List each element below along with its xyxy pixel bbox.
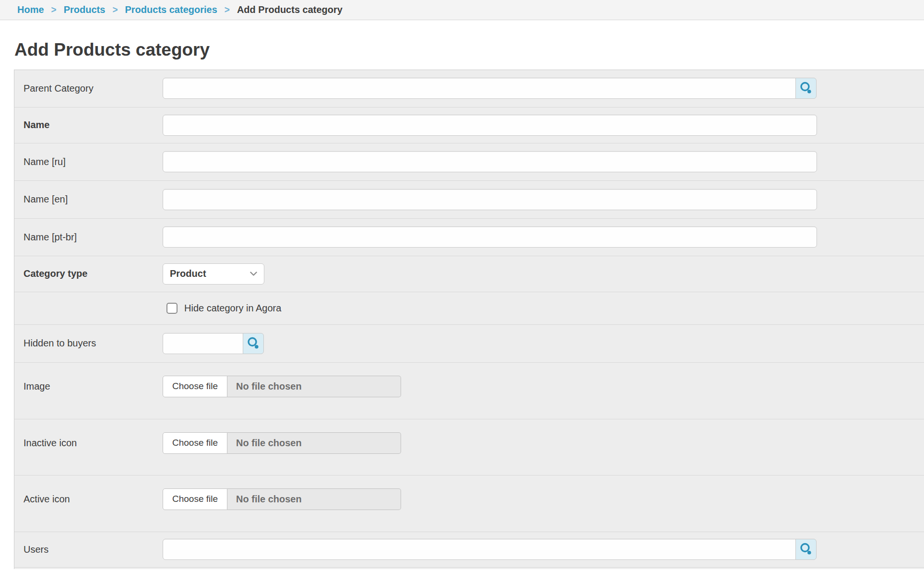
name-pt-br-label: Name [pt-br]: [14, 219, 163, 256]
name-pt-br-input[interactable]: [163, 226, 817, 248]
form-row-parent-category: Parent Category: [14, 70, 924, 107]
image-choose-file-button[interactable]: Choose file: [163, 376, 227, 397]
name-ru-label: Name [ru]: [14, 143, 163, 180]
category-type-selected-value: Product: [170, 268, 206, 279]
name-ru-input[interactable]: [163, 151, 817, 172]
active-icon-file-status: No file chosen: [227, 488, 401, 510]
category-type-select[interactable]: Product: [163, 263, 264, 285]
hide-in-agora-empty-label: [14, 292, 163, 324]
hidden-to-buyers-input[interactable]: [163, 333, 243, 354]
hidden-to-buyers-label: Hidden to buyers: [14, 325, 163, 362]
breadcrumb: Home > Products > Products categories > …: [0, 0, 924, 20]
breadcrumb-current-page: Add Products category: [237, 4, 343, 15]
active-icon-label: Active icon: [14, 475, 163, 532]
breadcrumb-link-products-categories[interactable]: Products categories: [125, 4, 217, 15]
name-input[interactable]: [163, 115, 817, 136]
parent-category-search-button[interactable]: [795, 78, 817, 99]
name-en-input[interactable]: [163, 189, 817, 210]
chevron-right-icon: >: [51, 4, 57, 15]
users-label: Users: [14, 532, 163, 567]
category-type-label: Category type: [14, 256, 163, 292]
form-row-name: Name: [14, 107, 924, 143]
form-row-hidden-to-buyers: Hidden to buyers: [14, 325, 924, 363]
users-search-button[interactable]: [795, 539, 817, 560]
chevron-right-icon: >: [225, 4, 230, 15]
users-input[interactable]: [163, 539, 796, 560]
parent-category-input[interactable]: [163, 78, 796, 99]
add-category-form: Parent Category Name Name [ru] Name [e: [14, 70, 924, 569]
form-row-inactive-icon: Inactive icon Choose file No file chosen: [14, 419, 924, 475]
image-file-status: No file chosen: [227, 376, 401, 397]
form-row-image: Image Choose file No file chosen: [14, 363, 924, 419]
hide-category-checkbox[interactable]: [166, 303, 178, 314]
form-row-category-type: Category type Product: [14, 256, 924, 292]
form-row-name-pt-br: Name [pt-br]: [14, 219, 924, 256]
search-icon: [799, 81, 813, 95]
inactive-icon-label: Inactive icon: [14, 419, 163, 475]
parent-category-label: Parent Category: [14, 70, 163, 107]
name-label: Name: [14, 107, 163, 143]
hide-category-label: Hide category in Agora: [184, 303, 281, 314]
active-icon-choose-file-button[interactable]: Choose file: [163, 488, 227, 510]
form-row-users: Users: [14, 532, 924, 568]
chevron-right-icon: >: [112, 4, 118, 15]
inactive-icon-choose-file-button[interactable]: Choose file: [163, 432, 227, 454]
name-en-label: Name [en]: [14, 181, 163, 218]
active-icon-file-input: Choose file No file chosen: [163, 488, 401, 510]
breadcrumb-link-products[interactable]: Products: [64, 4, 106, 15]
search-icon: [246, 336, 261, 351]
chevron-down-icon: [250, 272, 257, 276]
hidden-to-buyers-search-button[interactable]: [243, 333, 264, 354]
breadcrumb-link-home[interactable]: Home: [17, 4, 44, 15]
form-row-hide-in-agora: Hide category in Agora: [14, 292, 924, 325]
form-row-name-en: Name [en]: [14, 181, 924, 219]
search-icon: [799, 542, 813, 557]
image-label: Image: [14, 363, 163, 419]
inactive-icon-file-status: No file chosen: [227, 432, 401, 454]
inactive-icon-file-input: Choose file No file chosen: [163, 432, 401, 454]
panel-filler: [14, 568, 924, 569]
form-row-active-icon: Active icon Choose file No file chosen: [14, 475, 924, 532]
image-file-input: Choose file No file chosen: [163, 376, 401, 397]
form-row-name-ru: Name [ru]: [14, 143, 924, 181]
page-title: Add Products category: [14, 40, 924, 60]
